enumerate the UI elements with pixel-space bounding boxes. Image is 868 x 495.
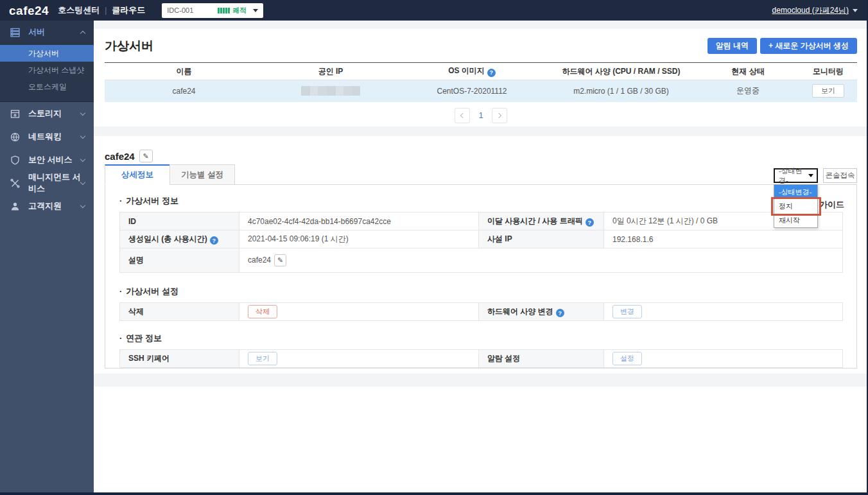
field-value-description: cafe24✎ xyxy=(239,248,843,273)
sidebar-item-label: 네트워킹 xyxy=(28,131,81,143)
tools-icon xyxy=(10,178,20,188)
field-label-usage: 이달 사용시간 / 사용 트래픽? xyxy=(479,213,604,230)
delete-button[interactable]: 삭제 xyxy=(248,305,277,318)
col-status: 현재 상태 xyxy=(697,63,799,80)
field-value-alarm: 설정 xyxy=(604,350,843,368)
edit-description-button[interactable]: ✎ xyxy=(274,254,286,266)
sidebar-item-label: 매니지먼트 서비스 xyxy=(28,171,81,195)
service-label: 호스팅센터 xyxy=(58,4,100,16)
menu-option-status-change[interactable]: -상태변경- xyxy=(774,185,817,199)
console-access-button[interactable]: 콘솔접속 xyxy=(823,168,857,183)
sidebar-item-label: 고객지원 xyxy=(28,200,81,212)
detail-body: 가상서버 정보 ID 4c70ae02-4cf4-42da-bb14-b6697… xyxy=(105,184,857,369)
tab-detail-info[interactable]: 상세정보 xyxy=(105,164,170,185)
chevron-left-icon xyxy=(460,112,465,117)
tab-feature-settings[interactable]: 기능별 설정 xyxy=(169,164,235,185)
sidebar-item-server-snapshot[interactable]: 가상서버 스냅샷 xyxy=(0,62,94,78)
edit-name-button[interactable]: ✎ xyxy=(139,150,153,162)
sidebar-item-storage[interactable]: 스토리지 xyxy=(0,102,94,125)
help-icon[interactable]: ? xyxy=(487,69,496,77)
section-title-settings: 가상서버 설정 xyxy=(119,273,843,297)
chevron-up-icon xyxy=(80,30,85,35)
idc-value: IDC-001 xyxy=(167,6,218,14)
col-name: 이름 xyxy=(105,63,263,80)
sidebar-item-customer-support[interactable]: 고객지원 xyxy=(0,195,94,218)
monitoring-view-button[interactable]: 보기 xyxy=(812,84,844,98)
customer-icon xyxy=(10,202,20,211)
alarm-setting-button[interactable]: 설정 xyxy=(612,352,642,365)
field-label-ssh: SSH 키페어 xyxy=(120,350,239,368)
sidebar-item-label: 스토리지 xyxy=(28,108,81,119)
section-title-info: 가상서버 정보 xyxy=(119,185,843,207)
status-select-menu: -상태변경- 정지 재시작 xyxy=(774,184,818,228)
field-value-ssh: 보기 xyxy=(239,350,479,368)
field-label-id: ID xyxy=(120,213,239,230)
chevron-down-icon xyxy=(253,9,258,12)
table-header-row: 이름 공인 IP OS 이미지? 하드웨어 사양 (CPU / RAM / SS… xyxy=(105,63,857,80)
masked-ip-block xyxy=(301,86,360,96)
col-monitoring: 모니터링 xyxy=(799,63,857,80)
top-bar: cafe24 호스팅센터 | 클라우드 IDC-001 쾌적 democloud… xyxy=(0,0,867,21)
pencil-icon: ✎ xyxy=(143,152,149,160)
pencil-icon: ✎ xyxy=(277,256,283,264)
chevron-down-icon xyxy=(80,156,85,161)
app-window: cafe24 호스팅센터 | 클라우드 IDC-001 쾌적 democloud… xyxy=(0,0,868,495)
next-page-button[interactable] xyxy=(492,108,507,123)
alert-history-button[interactable]: 알림 내역 xyxy=(707,38,757,54)
help-icon[interactable]: ? xyxy=(556,309,564,317)
sidebar-item-autoscale[interactable]: 오토스케일 xyxy=(0,78,94,95)
network-icon xyxy=(10,132,20,142)
section-label: 클라우드 xyxy=(112,4,145,16)
create-server-button[interactable]: + 새로운 가상서버 생성 xyxy=(760,38,857,54)
sidebar-item-management-services[interactable]: 매니지먼트 서비스 xyxy=(0,171,94,195)
top-actions: 알림 내역 + 새로운 가상서버 생성 xyxy=(707,38,857,54)
ssh-view-button[interactable]: 보기 xyxy=(248,352,277,365)
storage-icon xyxy=(10,109,20,119)
info-table: ID 4c70ae02-4cf4-42da-bb14-b6697ca42cce … xyxy=(119,212,843,273)
server-list-panel: 가상서버 알림 내역 + 새로운 가상서버 생성 이름 공인 IP OS 이 xyxy=(94,29,867,126)
server-icon xyxy=(10,28,20,37)
sidebar-item-server[interactable]: 서버 xyxy=(0,21,94,44)
table-row[interactable]: cafe24 CentOS-7-20201112 m2.micro (1 / 1… xyxy=(105,80,857,102)
field-value-private-ip: 192.168.1.6 xyxy=(604,230,843,248)
field-value-hw-change: 변경 xyxy=(604,303,843,321)
cell-monitoring: 보기 xyxy=(799,80,857,102)
hw-change-button[interactable]: 변경 xyxy=(612,305,642,318)
status-change-select[interactable]: -상태변경- xyxy=(774,168,818,183)
field-value-delete: 삭제 xyxy=(239,303,479,321)
usage-bars-icon xyxy=(218,8,230,13)
menu-option-stop[interactable]: 정지 xyxy=(774,199,817,213)
help-icon[interactable]: ? xyxy=(210,236,218,245)
cell-status: 운영중 xyxy=(697,80,799,102)
field-label-delete: 삭제 xyxy=(120,303,239,321)
chevron-down-icon xyxy=(808,174,813,177)
menu-option-restart[interactable]: 재시작 xyxy=(774,213,817,227)
idc-selector[interactable]: IDC-001 쾌적 xyxy=(162,3,263,18)
prev-page-button[interactable] xyxy=(455,108,470,123)
divider: | xyxy=(105,6,107,15)
bottom-border-bar xyxy=(0,492,867,495)
sidebar-item-virtual-server[interactable]: 가상서버 xyxy=(0,45,94,62)
content-zone: 가상서버 알림 내역 + 새로운 가상서버 생성 이름 공인 IP OS 이 xyxy=(94,21,867,386)
section-title-related: 연관 정보 xyxy=(119,321,843,344)
field-label-hw-change: 하드웨어 사양 변경? xyxy=(479,303,604,321)
detail-tabbar: 상세정보 기능별 설정 xyxy=(105,164,857,185)
panel-gap xyxy=(94,126,867,136)
idc-status: 쾌적 xyxy=(232,6,247,15)
sidebar-subitem-label: 가상서버 xyxy=(28,48,59,59)
cell-os-image: CentOS-7-20201112 xyxy=(398,80,546,102)
cafe24-logo: cafe24 xyxy=(9,4,49,17)
sidebar: 서버 가상서버 가상서버 스냅샷 오토스케일 스토리지 xyxy=(0,21,94,492)
server-heading: cafe24 ✎ xyxy=(105,136,857,164)
field-label-private-ip: 사설 IP xyxy=(479,230,604,248)
sidebar-item-security-services[interactable]: 보안 서비스 xyxy=(0,148,94,171)
cell-name: cafe24 xyxy=(105,80,263,102)
sidebar-item-label: 보안 서비스 xyxy=(28,154,81,166)
sidebar-item-networking[interactable]: 네트워킹 xyxy=(0,125,94,148)
account-menu[interactable]: democloud (카페24님) xyxy=(772,5,858,16)
chevron-down-icon xyxy=(80,133,85,138)
chevron-down-icon xyxy=(853,9,858,12)
col-os-image: OS 이미지? xyxy=(398,63,546,80)
help-icon[interactable]: ? xyxy=(586,218,594,227)
current-page[interactable]: 1 xyxy=(478,110,483,120)
